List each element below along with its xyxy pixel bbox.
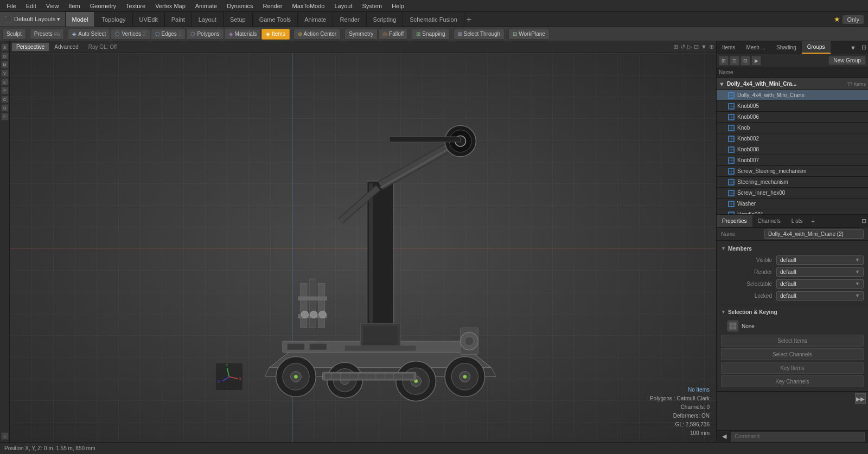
vp-icon-refresh[interactable]: ↺ — [680, 43, 685, 50]
key-channels-button[interactable]: Key Channels — [721, 375, 864, 387]
menu-animate[interactable]: Animate — [191, 2, 221, 10]
layout-selector[interactable]: ⬛ Default Layouts ▾ — [0, 12, 66, 27]
items-toolbar-btn-1[interactable]: ⊞ — [719, 56, 729, 66]
action-center-button[interactable]: ⊕ Action Center — [293, 29, 341, 40]
left-sidebar-btn-6[interactable]: P — [1, 87, 9, 94]
only-button[interactable]: Only — [843, 15, 864, 24]
presets-button[interactable]: Presets F6 — [30, 29, 64, 40]
menu-maxtomodo[interactable]: MaxToModo — [288, 2, 329, 10]
select-through-button[interactable]: ⊠ Select Through — [454, 29, 505, 40]
layout-tab-uvedit[interactable]: UVEdit — [133, 12, 165, 27]
command-arrow-left[interactable]: ◀ — [720, 433, 729, 440]
locked-dropdown[interactable]: default ▼ — [776, 291, 864, 300]
items-panel-more[interactable]: ▼ — [847, 44, 859, 51]
vertices-button[interactable]: ⬡ Vertices 2 — [111, 29, 150, 40]
layout-tab-model[interactable]: Model — [66, 12, 95, 27]
render-dropdown[interactable]: default ▼ — [776, 267, 864, 277]
menu-file[interactable]: File — [2, 2, 21, 10]
select-items-button[interactable]: Select Items — [721, 335, 864, 347]
list-item[interactable]: Knob006 — [717, 112, 868, 123]
add-layout-tab-button[interactable]: + — [467, 15, 471, 24]
list-item[interactable]: Screw_inner_hex00 — [717, 188, 868, 199]
list-item[interactable]: Knob007 — [717, 155, 868, 166]
add-props-tab[interactable]: + — [808, 218, 818, 225]
layout-tab-setup[interactable]: Setup — [224, 12, 253, 27]
tab-properties[interactable]: Properties — [717, 215, 752, 227]
menu-item[interactable]: Item — [64, 2, 84, 10]
menu-view[interactable]: View — [42, 2, 63, 10]
vp-icon-fullscreen[interactable]: ⊡ — [694, 43, 699, 50]
menu-geometry[interactable]: Geometry — [86, 2, 120, 10]
left-sidebar-btn-9[interactable]: F — [1, 113, 9, 120]
vp-tab-advanced[interactable]: Advanced — [50, 43, 82, 51]
layout-tab-paint[interactable]: Paint — [165, 12, 192, 27]
items-panel-expand[interactable]: ⊡ — [859, 41, 868, 54]
list-item[interactable]: Knob008 — [717, 144, 868, 155]
left-sidebar-btn-4[interactable]: V — [1, 69, 9, 77]
left-sidebar-btn-5[interactable]: E — [1, 78, 9, 86]
vp-icon-pin[interactable]: ⊕ — [709, 43, 714, 50]
left-sidebar-btn-1[interactable]: S — [1, 43, 9, 51]
symmetry-button[interactable]: Symmetry — [344, 29, 378, 40]
items-list[interactable]: ▼ Dolly_4x4_with_Mini_Cra... 77 Items Do… — [717, 78, 868, 214]
name-input[interactable] — [764, 229, 864, 239]
sk-header[interactable]: ▼ Selection & Keying — [721, 306, 864, 317]
items-toolbar-btn-3[interactable]: ⊟ — [741, 56, 750, 66]
list-item[interactable]: Steering_mechanism — [717, 177, 868, 188]
layout-tab-render[interactable]: Render — [333, 12, 366, 27]
layout-tab-layout[interactable]: Layout — [192, 12, 224, 27]
viewport-3d[interactable]: X Y Z No Items Polygons : Catmull-Clark … — [10, 53, 716, 442]
selectable-dropdown[interactable]: default ▼ — [776, 279, 864, 289]
left-sidebar-btn-bottom[interactable]: ○ — [1, 432, 9, 440]
vp-icon-render[interactable]: ▷ — [687, 43, 692, 50]
members-header[interactable]: ▼ Members — [721, 243, 864, 254]
menu-edit[interactable]: Edit — [22, 2, 41, 10]
autoselect-button[interactable]: ◈ Auto Select — [68, 29, 110, 40]
items-toolbar-btn-2[interactable]: ⊡ — [730, 56, 739, 66]
list-item[interactable]: Screw_Steering_mechanism — [717, 166, 868, 177]
tab-mesh[interactable]: Mesh ... — [741, 41, 771, 54]
list-item[interactable]: Washer — [717, 199, 868, 209]
layout-tab-gametools[interactable]: Game Tools — [253, 12, 298, 27]
tab-lists[interactable]: Lists — [786, 215, 808, 227]
tab-channels[interactable]: Channels — [752, 215, 786, 227]
vp-icon-grid[interactable]: ⊞ — [673, 43, 678, 50]
vp-icon-settings[interactable]: ▼ — [701, 43, 707, 50]
items-button[interactable]: ◈ Items — [261, 29, 289, 40]
menu-help[interactable]: Help — [387, 2, 409, 10]
layout-tab-scripting[interactable]: Scripting — [367, 12, 404, 27]
left-sidebar-btn-2[interactable]: D — [1, 52, 9, 60]
materials-button[interactable]: ◈ Materials — [225, 29, 261, 40]
tab-items[interactable]: Items — [717, 41, 741, 54]
sculpt-button[interactable]: Sculpt — [2, 29, 26, 40]
menu-dynamics[interactable]: Dynamics — [222, 2, 257, 10]
items-group-header[interactable]: ▼ Dolly_4x4_with_Mini_Cra... 77 Items — [717, 78, 868, 90]
list-item[interactable]: Knob — [717, 123, 868, 133]
command-input[interactable] — [731, 432, 865, 442]
menu-render[interactable]: Render — [258, 2, 286, 10]
menu-system[interactable]: System — [358, 2, 386, 10]
star-button[interactable]: ★ — [834, 15, 840, 23]
select-channels-button[interactable]: Select Channels — [721, 348, 864, 360]
menu-layout[interactable]: Layout — [330, 2, 356, 10]
snapping-button[interactable]: ⊞ Snapping — [412, 29, 449, 40]
menu-vertexmap[interactable]: Vertex Map — [151, 2, 190, 10]
vp-tab-perspective[interactable]: Perspective — [12, 43, 49, 51]
left-sidebar-btn-3[interactable]: M — [1, 61, 9, 68]
workplane-button[interactable]: ⊟ WorkPlane — [508, 29, 550, 40]
falloff-button[interactable]: ◎ Falloff — [378, 29, 408, 40]
props-scroll-right[interactable]: ▶▶ — [855, 393, 866, 404]
layout-tab-schematic[interactable]: Schematic Fusion — [403, 12, 464, 27]
list-item[interactable]: Knob005 — [717, 101, 868, 112]
tab-shading[interactable]: Shading — [771, 41, 802, 54]
list-item[interactable]: Knob002 — [717, 133, 868, 144]
menu-texture[interactable]: Texture — [122, 2, 150, 10]
list-item[interactable]: Handle001 — [717, 209, 868, 214]
props-panel-expand[interactable]: ⊡ — [859, 215, 868, 228]
left-sidebar-btn-8[interactable]: U — [1, 104, 9, 112]
edges-button[interactable]: ⬡ Edges 2 — [151, 29, 186, 40]
tab-groups[interactable]: Groups — [802, 41, 831, 54]
layout-tab-topology[interactable]: Topology — [95, 12, 132, 27]
visible-dropdown[interactable]: default ▼ — [776, 255, 864, 265]
polygons-button[interactable]: ⬡ Polygons — [186, 29, 224, 40]
